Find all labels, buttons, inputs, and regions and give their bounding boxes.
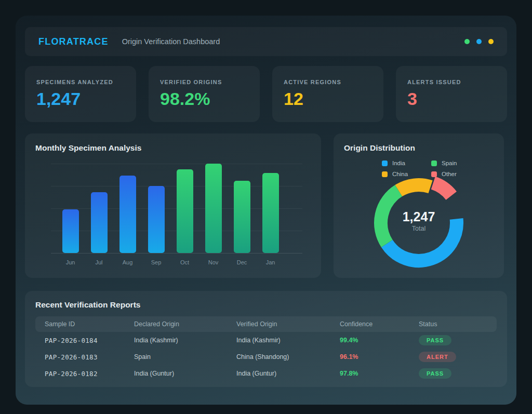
table-row[interactable]: PAP-2026-0182 India (Guntur) India (Gunt…: [35, 365, 497, 382]
bar-chart-plot: [56, 164, 285, 253]
column-header-sample-id: Sample ID: [45, 320, 134, 328]
dashboard-container: FLORATRACE Origin Verification Dashboard…: [16, 16, 516, 405]
bar-x-label: Jan: [256, 259, 285, 265]
donut-segment-other: [433, 183, 451, 196]
bar-slot-nov: [199, 164, 228, 253]
green-dot-icon[interactable]: [464, 39, 470, 44]
stat-card-specimens: SPECIMENS ANALYZED 1,247: [25, 66, 136, 122]
cell-verified-origin: India (Guntur): [236, 370, 340, 377]
bar-slot-sep: [142, 186, 170, 253]
bar-nov: [205, 164, 222, 253]
yellow-dot-icon[interactable]: [488, 39, 494, 44]
stat-value: 1,247: [36, 90, 125, 108]
stat-label: ACTIVE REGIONS: [284, 79, 372, 85]
bar-slot-jan: [256, 173, 285, 253]
bar-oct: [177, 169, 193, 253]
stat-value: 3: [407, 90, 496, 108]
cell-confidence: 96.1%: [340, 353, 419, 360]
bar-slot-jul: [85, 192, 113, 253]
app-logo: FLORATRACE: [38, 36, 109, 47]
stat-value: 98.2%: [160, 90, 248, 108]
bar-aug: [119, 176, 136, 253]
window-dots: [464, 39, 494, 44]
cell-declared-origin: Spain: [134, 353, 236, 360]
bar-x-label: Sep: [142, 259, 170, 265]
column-header-declared-origin: Declared Origin: [134, 320, 236, 328]
stat-card-regions: ACTIVE REGIONS 12: [272, 66, 383, 122]
status-badge: ALERT: [419, 352, 456, 362]
table-title: Recent Verification Reports: [35, 300, 497, 310]
bar-sep: [148, 186, 165, 253]
cell-declared-origin: India (Guntur): [134, 370, 236, 377]
bar-chart-card: Monthly Specimen Analysis JunJulAugSepOc…: [25, 133, 321, 278]
donut-chart-card: Origin Distribution India Spain China Ot…: [334, 133, 504, 278]
bar-jan: [262, 173, 279, 253]
bar-x-label: Nov: [199, 259, 228, 265]
column-header-verified-origin: Verified Origin: [236, 320, 340, 328]
stat-label: ALERTS ISSUED: [407, 79, 496, 85]
bar-slot-jun: [56, 209, 85, 253]
table-row[interactable]: PAP-2026-0184 India (Kashmir) India (Kas…: [35, 332, 497, 349]
bar-chart-x-axis: JunJulAugSepOctNovDecJan: [56, 259, 285, 265]
column-header-status: Status: [419, 320, 497, 328]
bar-x-label: Oct: [170, 259, 199, 265]
bar-slot-aug: [113, 176, 142, 253]
table-row[interactable]: PAP-2026-0183 Spain China (Shandong) 96.…: [35, 349, 497, 365]
stat-card-alerts: ALERTS ISSUED 3: [396, 66, 507, 122]
cell-sample-id: PAP-2026-0184: [45, 337, 134, 344]
bar-x-label: Dec: [228, 259, 256, 265]
donut-total-value: 1,247: [334, 209, 504, 224]
cell-sample-id: PAP-2026-0183: [45, 353, 134, 361]
bar-x-label: Jun: [56, 259, 85, 265]
charts-row: Monthly Specimen Analysis JunJulAugSepOc…: [25, 133, 507, 278]
stat-cards-row: SPECIMENS ANALYZED 1,247 VERIFIED ORIGIN…: [25, 66, 507, 122]
donut-chart: [334, 133, 504, 278]
bar-x-label: Jul: [85, 259, 113, 265]
cell-confidence: 97.8%: [340, 370, 419, 377]
stat-card-verified: VERIFIED ORIGINS 98.2%: [149, 66, 260, 122]
bar-slot-oct: [170, 169, 199, 253]
bar-slot-dec: [228, 181, 256, 253]
bar-chart-title: Monthly Specimen Analysis: [35, 143, 311, 153]
cell-verified-origin: India (Kashmir): [236, 337, 340, 344]
bar-jun: [62, 209, 79, 253]
gridline: [51, 253, 302, 253]
bar-dec: [234, 181, 250, 253]
header-bar: FLORATRACE Origin Verification Dashboard: [25, 27, 507, 56]
cell-verified-origin: China (Shandong): [236, 353, 340, 360]
reports-table-card: Recent Verification Reports Sample ID De…: [25, 291, 507, 387]
cell-sample-id: PAP-2026-0182: [45, 370, 134, 378]
stat-label: SPECIMENS ANALYZED: [36, 79, 125, 85]
bar-jul: [91, 192, 108, 253]
blue-dot-icon[interactable]: [476, 39, 482, 44]
stat-label: VERIFIED ORIGINS: [160, 79, 248, 85]
column-header-confidence: Confidence: [340, 320, 419, 328]
stat-value: 12: [284, 90, 372, 108]
bar-x-label: Aug: [113, 259, 142, 265]
status-badge: PASS: [419, 368, 451, 379]
donut-segment-china: [398, 185, 430, 191]
cell-confidence: 99.4%: [340, 337, 419, 344]
status-badge: PASS: [419, 335, 451, 345]
table-header-row: Sample ID Declared Origin Verified Origi…: [35, 316, 497, 332]
donut-total-label: Total: [334, 225, 504, 232]
page-title: Origin Verification Dashboard: [122, 37, 220, 46]
cell-declared-origin: India (Kashmir): [134, 337, 236, 344]
